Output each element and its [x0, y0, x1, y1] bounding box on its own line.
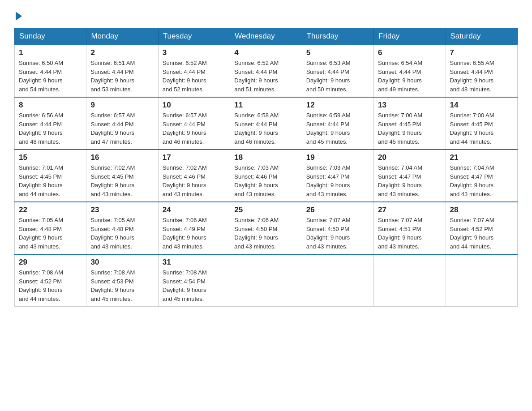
calendar-cell: 28Sunrise: 7:07 AMSunset: 4:52 PMDayligh…: [446, 202, 517, 254]
col-header-thursday: Thursday: [302, 28, 373, 45]
week-row-4: 22Sunrise: 7:05 AMSunset: 4:48 PMDayligh…: [15, 202, 518, 254]
calendar-cell: [374, 254, 446, 307]
day-info: Sunrise: 7:03 AMSunset: 4:46 PMDaylight:…: [234, 163, 297, 198]
calendar-cell: 5Sunrise: 6:53 AMSunset: 4:44 PMDaylight…: [302, 45, 373, 97]
day-info: Sunrise: 6:59 AMSunset: 4:44 PMDaylight:…: [306, 111, 369, 146]
calendar-table: SundayMondayTuesdayWednesdayThursdayFrid…: [14, 28, 518, 307]
col-header-sunday: Sunday: [15, 28, 86, 45]
calendar-cell: 23Sunrise: 7:05 AMSunset: 4:48 PMDayligh…: [86, 202, 158, 254]
day-number: 3: [163, 48, 226, 57]
day-info: Sunrise: 6:56 AMSunset: 4:44 PMDaylight:…: [19, 111, 82, 146]
day-number: 10: [163, 101, 226, 110]
col-header-monday: Monday: [86, 28, 158, 45]
day-number: 6: [378, 48, 441, 57]
calendar-cell: 7Sunrise: 6:55 AMSunset: 4:44 PMDaylight…: [446, 45, 517, 97]
calendar-cell: 18Sunrise: 7:03 AMSunset: 4:46 PMDayligh…: [230, 150, 302, 202]
col-header-friday: Friday: [374, 28, 446, 45]
day-info: Sunrise: 7:00 AMSunset: 4:45 PMDaylight:…: [378, 111, 441, 146]
day-number: 8: [19, 101, 82, 110]
calendar-cell: 16Sunrise: 7:02 AMSunset: 4:45 PMDayligh…: [86, 150, 158, 202]
day-info: Sunrise: 7:08 AMSunset: 4:52 PMDaylight:…: [19, 268, 82, 303]
calendar-cell: 8Sunrise: 6:56 AMSunset: 4:44 PMDaylight…: [15, 97, 86, 150]
calendar-cell: 25Sunrise: 7:06 AMSunset: 4:50 PMDayligh…: [230, 202, 302, 254]
day-info: Sunrise: 7:03 AMSunset: 4:47 PMDaylight:…: [306, 163, 369, 198]
day-info: Sunrise: 7:04 AMSunset: 4:47 PMDaylight:…: [450, 163, 513, 198]
day-info: Sunrise: 7:04 AMSunset: 4:47 PMDaylight:…: [378, 163, 441, 198]
calendar-cell: 31Sunrise: 7:08 AMSunset: 4:54 PMDayligh…: [158, 254, 230, 307]
day-number: 28: [450, 206, 513, 214]
calendar-cell: 2Sunrise: 6:51 AMSunset: 4:44 PMDaylight…: [86, 45, 158, 97]
week-row-2: 8Sunrise: 6:56 AMSunset: 4:44 PMDaylight…: [15, 97, 518, 150]
calendar-header-row: SundayMondayTuesdayWednesdayThursdayFrid…: [15, 28, 518, 45]
day-number: 20: [378, 153, 441, 162]
day-number: 27: [378, 206, 441, 214]
calendar-cell: 1Sunrise: 6:50 AMSunset: 4:44 PMDaylight…: [15, 45, 86, 97]
day-number: 18: [234, 153, 297, 162]
calendar-cell: 12Sunrise: 6:59 AMSunset: 4:44 PMDayligh…: [302, 97, 373, 150]
day-info: Sunrise: 6:52 AMSunset: 4:44 PMDaylight:…: [163, 59, 226, 94]
calendar-cell: 10Sunrise: 6:57 AMSunset: 4:44 PMDayligh…: [158, 97, 230, 150]
calendar-cell: 15Sunrise: 7:01 AMSunset: 4:45 PMDayligh…: [15, 150, 86, 202]
day-number: 14: [450, 101, 513, 110]
day-info: Sunrise: 6:51 AMSunset: 4:44 PMDaylight:…: [90, 59, 154, 94]
day-number: 16: [90, 153, 154, 162]
calendar-cell: 20Sunrise: 7:04 AMSunset: 4:47 PMDayligh…: [374, 150, 446, 202]
logo-triangle-icon: [16, 12, 22, 21]
day-number: 22: [19, 206, 82, 214]
day-number: 1: [19, 48, 82, 57]
day-number: 9: [90, 101, 154, 110]
calendar-cell: 22Sunrise: 7:05 AMSunset: 4:48 PMDayligh…: [15, 202, 86, 254]
day-number: 13: [378, 101, 441, 110]
col-header-wednesday: Wednesday: [230, 28, 302, 45]
week-row-3: 15Sunrise: 7:01 AMSunset: 4:45 PMDayligh…: [15, 150, 518, 202]
calendar-cell: 14Sunrise: 7:00 AMSunset: 4:45 PMDayligh…: [446, 97, 517, 150]
calendar-cell: 21Sunrise: 7:04 AMSunset: 4:47 PMDayligh…: [446, 150, 517, 202]
col-header-tuesday: Tuesday: [158, 28, 230, 45]
day-info: Sunrise: 7:06 AMSunset: 4:49 PMDaylight:…: [163, 216, 226, 251]
day-number: 5: [306, 48, 369, 57]
calendar-cell: 24Sunrise: 7:06 AMSunset: 4:49 PMDayligh…: [158, 202, 230, 254]
calendar-cell: 30Sunrise: 7:08 AMSunset: 4:53 PMDayligh…: [86, 254, 158, 307]
calendar-cell: [230, 254, 302, 307]
day-number: 17: [163, 153, 226, 162]
day-info: Sunrise: 6:50 AMSunset: 4:44 PMDaylight:…: [19, 59, 82, 94]
page-header: [14, 11, 518, 19]
week-row-1: 1Sunrise: 6:50 AMSunset: 4:44 PMDaylight…: [15, 45, 518, 97]
calendar-cell: 11Sunrise: 6:58 AMSunset: 4:44 PMDayligh…: [230, 97, 302, 150]
week-row-5: 29Sunrise: 7:08 AMSunset: 4:52 PMDayligh…: [15, 254, 518, 307]
day-info: Sunrise: 6:53 AMSunset: 4:44 PMDaylight:…: [306, 59, 369, 94]
day-number: 30: [90, 258, 154, 267]
day-info: Sunrise: 7:00 AMSunset: 4:45 PMDaylight:…: [450, 111, 513, 146]
day-number: 12: [306, 101, 369, 110]
day-number: 2: [90, 48, 154, 57]
day-info: Sunrise: 7:08 AMSunset: 4:54 PMDaylight:…: [163, 268, 226, 303]
calendar-cell: 13Sunrise: 7:00 AMSunset: 4:45 PMDayligh…: [374, 97, 446, 150]
day-number: 31: [163, 258, 226, 267]
day-info: Sunrise: 6:57 AMSunset: 4:44 PMDaylight:…: [163, 111, 226, 146]
calendar-cell: 19Sunrise: 7:03 AMSunset: 4:47 PMDayligh…: [302, 150, 373, 202]
day-number: 19: [306, 153, 369, 162]
calendar-cell: 26Sunrise: 7:07 AMSunset: 4:50 PMDayligh…: [302, 202, 373, 254]
day-info: Sunrise: 7:07 AMSunset: 4:50 PMDaylight:…: [306, 216, 369, 251]
day-info: Sunrise: 7:07 AMSunset: 4:52 PMDaylight:…: [450, 216, 513, 251]
day-info: Sunrise: 6:55 AMSunset: 4:44 PMDaylight:…: [450, 59, 513, 94]
calendar-cell: [302, 254, 373, 307]
calendar-cell: 9Sunrise: 6:57 AMSunset: 4:44 PMDaylight…: [86, 97, 158, 150]
day-number: 15: [19, 153, 82, 162]
day-info: Sunrise: 6:57 AMSunset: 4:44 PMDaylight:…: [90, 111, 154, 146]
calendar-cell: 29Sunrise: 7:08 AMSunset: 4:52 PMDayligh…: [15, 254, 86, 307]
day-info: Sunrise: 7:02 AMSunset: 4:45 PMDaylight:…: [90, 163, 154, 198]
calendar-cell: 4Sunrise: 6:52 AMSunset: 4:44 PMDaylight…: [230, 45, 302, 97]
day-number: 11: [234, 101, 297, 110]
calendar-cell: 3Sunrise: 6:52 AMSunset: 4:44 PMDaylight…: [158, 45, 230, 97]
col-header-saturday: Saturday: [446, 28, 517, 45]
day-info: Sunrise: 7:06 AMSunset: 4:50 PMDaylight:…: [234, 216, 297, 251]
calendar-cell: 6Sunrise: 6:54 AMSunset: 4:44 PMDaylight…: [374, 45, 446, 97]
calendar-cell: 17Sunrise: 7:02 AMSunset: 4:46 PMDayligh…: [158, 150, 230, 202]
calendar-cell: 27Sunrise: 7:07 AMSunset: 4:51 PMDayligh…: [374, 202, 446, 254]
day-info: Sunrise: 7:08 AMSunset: 4:53 PMDaylight:…: [90, 268, 154, 303]
day-info: Sunrise: 7:02 AMSunset: 4:46 PMDaylight:…: [163, 163, 226, 198]
day-number: 21: [450, 153, 513, 162]
day-info: Sunrise: 7:05 AMSunset: 4:48 PMDaylight:…: [19, 216, 82, 251]
day-number: 25: [234, 206, 297, 214]
